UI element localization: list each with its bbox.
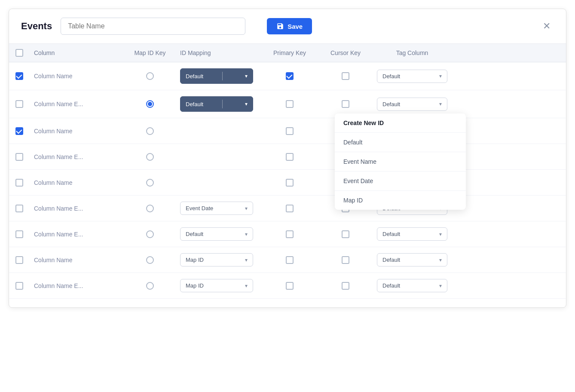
cursor-key-checkbox[interactable] <box>342 282 349 290</box>
row-checkbox-cell <box>9 179 30 187</box>
save-button[interactable]: Save <box>267 18 312 34</box>
table-row: Column Name Default ▾ Default <box>9 62 566 90</box>
dropdown-item-map-id[interactable]: Map ID <box>335 191 466 210</box>
tag-column-dropdown[interactable]: Default ▾ <box>377 98 447 111</box>
dropdown-item-create-new-id[interactable]: Create New ID <box>335 113 466 133</box>
cursor-key-checkbox[interactable] <box>342 72 349 80</box>
row-radio-cell <box>124 230 176 238</box>
save-icon <box>276 22 284 30</box>
dropdown-item-event-name[interactable]: Event Name <box>335 152 466 172</box>
row-primary-key-cell <box>262 127 318 135</box>
primary-key-checkbox[interactable] <box>286 100 294 108</box>
chevron-down-icon: ▾ <box>439 257 442 263</box>
primary-key-checkbox[interactable] <box>286 153 294 161</box>
tag-column-dropdown[interactable]: Default ▾ <box>377 70 447 83</box>
save-label: Save <box>288 23 303 30</box>
primary-key-checkbox[interactable] <box>286 282 294 290</box>
row-tag-column-cell: Default ▾ <box>373 70 451 83</box>
dropdown-item-event-date[interactable]: Event Date <box>335 172 466 191</box>
row-checkbox[interactable] <box>15 282 23 290</box>
header-tag-column: Tag Column <box>373 49 451 56</box>
id-mapping-dropdown-menu: Create New ID Default Event Name Event D… <box>335 113 466 210</box>
row-cursor-key-cell <box>318 72 373 80</box>
row-column-name: Column Name E... <box>30 205 124 212</box>
table-row: Column Name E... Event Date ▾ Default <box>9 196 566 221</box>
row-checkbox[interactable] <box>15 127 23 135</box>
row-id-mapping-cell: Default ▾ <box>176 227 262 241</box>
row-radio-cell <box>124 153 176 161</box>
header-column: Column <box>30 49 124 56</box>
row-checkbox[interactable] <box>15 153 23 161</box>
row-checkbox-cell <box>9 230 30 238</box>
primary-key-checkbox[interactable] <box>286 179 294 187</box>
table-name-input[interactable] <box>61 18 245 35</box>
dropdown-item-default[interactable]: Default <box>335 133 466 152</box>
close-button[interactable]: ✕ <box>539 19 554 34</box>
page-title: Events <box>21 21 52 32</box>
row-radio[interactable] <box>146 127 154 135</box>
table-row: Column Name E... Default ▾ Default ▾ <box>9 221 566 247</box>
header: Events Save ✕ <box>9 9 566 44</box>
row-radio[interactable] <box>146 205 154 212</box>
row-checkbox[interactable] <box>15 179 23 187</box>
row-checkbox[interactable] <box>15 205 23 212</box>
table-row: Column Name Map ID ▾ Default ▾ <box>9 247 566 273</box>
row-radio[interactable] <box>146 256 154 264</box>
row-radio[interactable] <box>146 282 154 290</box>
row-primary-key-cell <box>262 230 318 238</box>
cursor-key-checkbox[interactable] <box>342 256 349 264</box>
id-mapping-dropdown[interactable]: Default ▾ <box>180 227 253 241</box>
row-checkbox[interactable] <box>15 100 23 108</box>
row-radio-cell <box>124 205 176 212</box>
row-radio[interactable] <box>146 72 154 80</box>
header-map-id-key: Map ID Key <box>124 49 176 56</box>
table-container: Column Map ID Key ID Mapping Primary Key… <box>9 44 566 307</box>
row-radio-cell <box>124 282 176 290</box>
row-checkbox[interactable] <box>15 72 23 80</box>
primary-key-checkbox[interactable] <box>286 256 294 264</box>
header-checkbox[interactable] <box>15 49 23 57</box>
cursor-key-checkbox[interactable] <box>342 230 349 238</box>
tag-column-dropdown[interactable]: Default ▾ <box>377 279 447 292</box>
row-id-mapping-cell: Default ▾ <box>176 68 262 84</box>
row-radio[interactable] <box>146 179 154 187</box>
row-checkbox-cell <box>9 72 30 80</box>
primary-key-checkbox[interactable] <box>286 72 294 80</box>
row-primary-key-cell <box>262 205 318 212</box>
id-mapping-dropdown[interactable]: Default ▾ <box>180 68 253 84</box>
id-mapping-dropdown[interactable]: Event Date ▾ <box>180 202 253 215</box>
row-radio[interactable] <box>146 230 154 238</box>
row-radio-cell <box>124 100 176 108</box>
id-mapping-dropdown[interactable]: Map ID ▾ <box>180 253 253 266</box>
row-checkbox[interactable] <box>15 256 23 264</box>
chevron-down-icon: ▾ <box>245 73 248 79</box>
row-id-mapping-cell: Map ID ▾ <box>176 279 262 292</box>
chevron-down-icon: ▾ <box>245 101 248 107</box>
cursor-key-checkbox[interactable] <box>342 100 349 108</box>
chevron-down-icon: ▾ <box>245 257 248 263</box>
row-primary-key-cell <box>262 72 318 80</box>
table-row: Column Name Default ▾ <box>9 118 566 144</box>
primary-key-checkbox[interactable] <box>286 205 294 212</box>
row-cursor-key-cell <box>318 230 373 238</box>
row-checkbox-cell <box>9 153 30 161</box>
row-tag-column-cell: Default ▾ <box>373 98 451 111</box>
row-radio[interactable] <box>146 100 154 108</box>
primary-key-checkbox[interactable] <box>286 127 294 135</box>
row-radio-cell <box>124 256 176 264</box>
chevron-down-icon: ▾ <box>245 231 248 237</box>
chevron-down-icon: ▾ <box>439 283 442 289</box>
primary-key-checkbox[interactable] <box>286 230 294 238</box>
row-column-name: Column Name E... <box>30 231 124 238</box>
id-mapping-dropdown[interactable]: Map ID ▾ <box>180 279 253 292</box>
row-radio[interactable] <box>146 153 154 161</box>
close-icon: ✕ <box>543 21 551 31</box>
row-tag-column-cell: Default ▾ <box>373 253 451 266</box>
row-id-mapping-cell: Map ID ▾ <box>176 253 262 266</box>
tag-column-dropdown[interactable]: Default ▾ <box>377 227 447 241</box>
tag-column-dropdown[interactable]: Default ▾ <box>377 253 447 266</box>
id-mapping-dropdown[interactable]: Default ▾ <box>180 96 253 112</box>
row-id-mapping-cell: Default ▾ Create New ID Default Event Na… <box>176 96 262 112</box>
row-checkbox[interactable] <box>15 230 23 238</box>
row-column-name: Column Name <box>30 73 124 80</box>
